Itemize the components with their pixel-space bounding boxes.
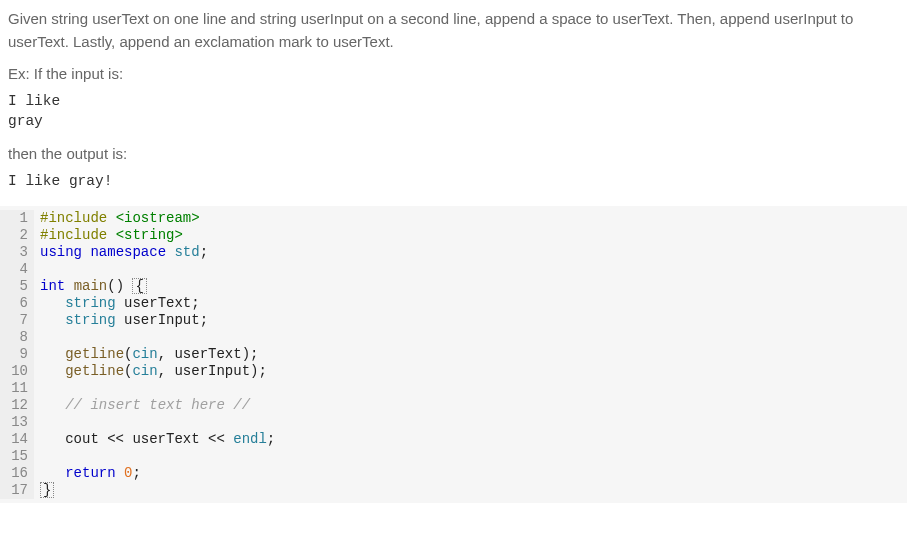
code-content[interactable]: #include <iostream> [34,210,200,227]
code-content[interactable]: // insert text here // [34,397,250,414]
code-line[interactable]: 10 getline(cin, userInput); [0,363,907,380]
line-number: 13 [0,414,34,431]
code-content[interactable]: getline(cin, userText); [34,346,258,363]
code-content[interactable] [34,329,40,346]
line-number: 6 [0,295,34,312]
code-line[interactable]: 16 return 0; [0,465,907,482]
code-content[interactable] [34,380,40,397]
line-number: 7 [0,312,34,329]
example-input-block: I likegray [8,92,899,131]
line-number: 5 [0,278,34,295]
code-line[interactable]: 3using namespace std; [0,244,907,261]
code-content[interactable]: getline(cin, userInput); [34,363,267,380]
code-line[interactable]: 15 [0,448,907,465]
code-content[interactable]: return 0; [34,465,141,482]
problem-statement: Given string userText on one line and st… [8,8,899,53]
code-line[interactable]: 5int main() { [0,278,907,295]
line-number: 9 [0,346,34,363]
code-line[interactable]: 8 [0,329,907,346]
code-content[interactable]: using namespace std; [34,244,208,261]
code-line[interactable]: 17} [0,482,907,499]
line-number: 2 [0,227,34,244]
code-line[interactable]: 9 getline(cin, userText); [0,346,907,363]
code-line[interactable]: 12 // insert text here // [0,397,907,414]
example-output-line1: I like gray! [8,172,899,192]
code-line[interactable]: 14 cout << userText << endl; [0,431,907,448]
line-number: 3 [0,244,34,261]
code-content[interactable]: cout << userText << endl; [34,431,275,448]
code-content[interactable]: } [34,482,54,499]
code-content[interactable] [34,261,40,278]
line-number: 12 [0,397,34,414]
code-line[interactable]: 11 [0,380,907,397]
line-number: 15 [0,448,34,465]
line-number: 4 [0,261,34,278]
line-number: 8 [0,329,34,346]
example-input-line1: I like [8,92,899,112]
line-number: 10 [0,363,34,380]
code-content[interactable]: int main() { [34,278,147,295]
line-number: 1 [0,210,34,227]
line-number: 16 [0,465,34,482]
code-line[interactable]: 6 string userText; [0,295,907,312]
code-content[interactable]: #include <string> [34,227,183,244]
code-line[interactable]: 7 string userInput; [0,312,907,329]
problem-container: Given string userText on one line and st… [0,0,907,192]
line-number: 17 [0,482,34,499]
code-content[interactable]: string userInput; [34,312,208,329]
code-editor[interactable]: 1#include <iostream>2#include <string>3u… [0,206,907,503]
code-line[interactable]: 13 [0,414,907,431]
example-input-label: Ex: If the input is: [8,65,899,82]
line-number: 14 [0,431,34,448]
example-input-line2: gray [8,112,899,132]
example-output-block: I like gray! [8,172,899,192]
code-line[interactable]: 1#include <iostream> [0,210,907,227]
example-output-label: then the output is: [8,145,899,162]
code-content[interactable] [34,414,40,431]
code-content[interactable] [34,448,40,465]
code-content[interactable]: string userText; [34,295,200,312]
code-line[interactable]: 4 [0,261,907,278]
line-number: 11 [0,380,34,397]
code-line[interactable]: 2#include <string> [0,227,907,244]
